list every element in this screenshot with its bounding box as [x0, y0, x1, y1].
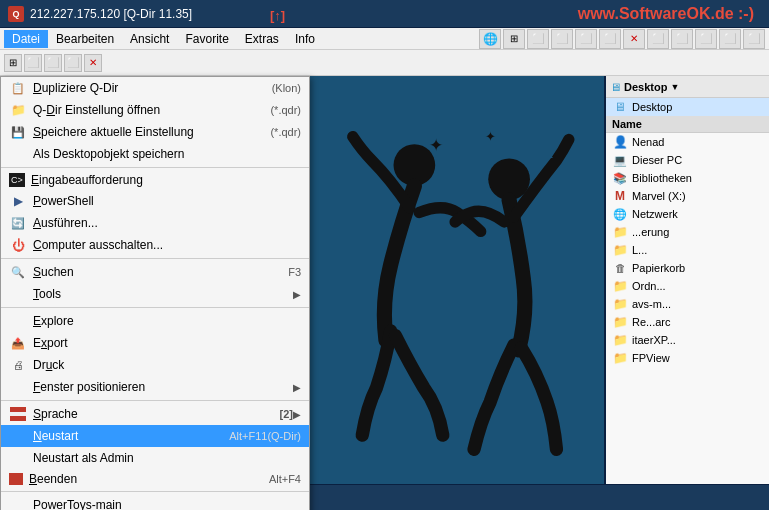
file-item-ordner[interactable]: 📁 Ordn... — [606, 277, 769, 295]
toolbar-close-btn[interactable]: ✕ — [623, 29, 645, 49]
dieser-pc-icon: 💻 — [612, 153, 628, 167]
menu-ansicht-label: Ansicht — [130, 32, 169, 46]
silhouette-area: ✦ ✦ — [310, 76, 604, 510]
file-item-avs[interactable]: 📁 avs-m... — [606, 295, 769, 313]
menu-item-neustart[interactable]: Neustart Alt+F11(Q-Dir) — [1, 425, 309, 447]
secondary-toolbar: ⊞ ⬜ ⬜ ⬜ ✕ — [0, 50, 769, 76]
menu-info[interactable]: Info — [287, 30, 323, 48]
fenster-arrow: ▶ — [293, 382, 301, 393]
menu-item-beenden[interactable]: Beenden Alt+F4 — [1, 469, 309, 489]
explore-icon — [9, 313, 27, 329]
fenster-icon — [9, 379, 27, 395]
sprache-label: Sprache — [33, 407, 270, 421]
menu-item-ausfuehren[interactable]: 🔄 Ausführen... — [1, 212, 309, 234]
fpview-icon: 📁 — [612, 351, 628, 365]
ausfuehren-icon: 🔄 — [9, 215, 27, 231]
file-item-desktop[interactable]: 🖥 Desktop — [606, 98, 769, 116]
powertoys-label: PowerToys-main — [33, 498, 301, 510]
file-item-netzwerk[interactable]: 🌐 Netzwerk — [606, 205, 769, 223]
app-icon: Q — [8, 6, 24, 22]
menu-extras[interactable]: Extras — [237, 30, 287, 48]
toolbar-btn9[interactable]: ⬜ — [743, 29, 765, 49]
menu-item-suchen[interactable]: 🔍 Suchen F3 — [1, 261, 309, 283]
toolbar-btn1[interactable]: ⬜ — [527, 29, 549, 49]
menu-item-dupliziere[interactable]: 📋 Dupliziere Q-Dir (Klon) — [1, 77, 309, 99]
marvel-icon: M — [612, 189, 628, 203]
dieser-pc-label: Dieser PC — [632, 154, 682, 166]
fpview-label: FPView — [632, 352, 670, 364]
menu-bearbeiten-label: Bearbeiten — [56, 32, 114, 46]
file-item-fpview[interactable]: 📁 FPView — [606, 349, 769, 367]
fenster-label: Fenster positionieren — [33, 380, 293, 394]
ausschalten-label: Computer ausschalten... — [33, 238, 301, 252]
svg-text:✦: ✦ — [429, 136, 443, 155]
toolbar-btn6[interactable]: ⬜ — [671, 29, 693, 49]
toolbar-btn3[interactable]: ⬜ — [575, 29, 597, 49]
beenden-shortcut: Alt+F4 — [269, 473, 301, 485]
menu-favoriten[interactable]: Favorite — [177, 30, 236, 48]
menu-item-als-desktop[interactable]: Als Desktopobjekt speichern — [1, 143, 309, 165]
file-item-itaerxp[interactable]: 📁 itaerXP... — [606, 331, 769, 349]
qdir-einstellung-shortcut: (*.qdr) — [270, 104, 301, 116]
menu-item-druck[interactable]: 🖨 Druck — [1, 354, 309, 376]
toolbar-globe-btn[interactable]: 🌐 — [479, 29, 501, 49]
itaerxp-label: itaerXP... — [632, 334, 676, 346]
file-item-berung[interactable]: 📁 ...erung — [606, 223, 769, 241]
menu-item-qdir-einstellung[interactable]: 📁 Q-Dir Einstellung öffnen (*.qdr) — [1, 99, 309, 121]
menu-item-eingabe[interactable]: C> Eingabeaufforderung — [1, 170, 309, 190]
file-item-nenad[interactable]: 👤 Nenad — [606, 133, 769, 151]
file-item-papierkorb[interactable]: 🗑 Papierkorb — [606, 259, 769, 277]
menu-ansicht[interactable]: Ansicht — [122, 30, 177, 48]
menu-bar: Datei Bearbeiten Ansicht Favorite Extras… — [0, 28, 769, 50]
toolbar-grid-btn[interactable]: ⊞ — [503, 29, 525, 49]
dupliziere-shortcut: (Klon) — [272, 82, 301, 94]
tools-arrow: ▶ — [293, 289, 301, 300]
sep5 — [1, 491, 309, 492]
als-desktop-label: Als Desktopobjekt speichern — [33, 147, 301, 161]
nenad-icon: 👤 — [612, 135, 628, 149]
desktop-folder-icon: 🖥 — [612, 100, 628, 114]
file-item-bibliotheken[interactable]: 📚 Bibliotheken — [606, 169, 769, 187]
druck-icon: 🖨 — [9, 357, 27, 373]
qdir-einstellung-icon: 📁 — [9, 102, 27, 118]
toolbar-btn4[interactable]: ⬜ — [599, 29, 621, 49]
menu-item-fenster[interactable]: Fenster positionieren ▶ — [1, 376, 309, 398]
file-item-l[interactable]: 📁 L... — [606, 241, 769, 259]
sprache-badge: [2] — [280, 408, 293, 420]
menu-bearbeiten[interactable]: Bearbeiten — [48, 30, 122, 48]
menu-item-powertoys[interactable]: PowerToys-main — [1, 494, 309, 510]
tools-icon — [9, 286, 27, 302]
menu-datei[interactable]: Datei — [4, 30, 48, 48]
menu-item-speichere[interactable]: 💾 Speichere aktuelle Einstellung (*.qdr) — [1, 121, 309, 143]
menu-item-tools[interactable]: Tools ▶ — [1, 283, 309, 305]
tb-close-btn[interactable]: ✕ — [84, 54, 102, 72]
beenden-label: Beenden — [29, 472, 259, 486]
name-column-header: Name — [606, 116, 769, 133]
powershell-icon: ▶ — [9, 193, 27, 209]
file-item-re-arc[interactable]: 📁 Re...arc — [606, 313, 769, 331]
toolbar-btn8[interactable]: ⬜ — [719, 29, 741, 49]
berung-icon: 📁 — [612, 225, 628, 239]
toolbar-btn7[interactable]: ⬜ — [695, 29, 717, 49]
menu-item-sprache[interactable]: Sprache [2] ▶ — [1, 403, 309, 425]
menu-item-export[interactable]: 📤 Export — [1, 332, 309, 354]
menu-item-powershell[interactable]: ▶ PowerShell — [1, 190, 309, 212]
file-item-dieser-pc[interactable]: 💻 Dieser PC — [606, 151, 769, 169]
desktop-dropdown-btn[interactable]: 🖥 Desktop ▼ — [610, 81, 765, 93]
tb-grid-btn[interactable]: ⊞ — [4, 54, 22, 72]
toolbar-btn2[interactable]: ⬜ — [551, 29, 573, 49]
menu-item-ausschalten[interactable]: ⏻ Computer ausschalten... — [1, 234, 309, 256]
l-label: L... — [632, 244, 647, 256]
toolbar-btn5[interactable]: ⬜ — [647, 29, 669, 49]
sprache-arrow: ▶ — [293, 409, 301, 420]
avs-icon: 📁 — [612, 297, 628, 311]
tb-btn2[interactable]: ⬜ — [24, 54, 42, 72]
tb-btn4[interactable]: ⬜ — [64, 54, 82, 72]
bibliotheken-label: Bibliotheken — [632, 172, 692, 184]
file-item-marvel[interactable]: M Marvel (X:) — [606, 187, 769, 205]
svg-text:✦: ✦ — [485, 129, 496, 144]
collapse-panel-btn[interactable]: ◀ — [604, 273, 606, 313]
menu-item-neustart-admin[interactable]: Neustart als Admin — [1, 447, 309, 469]
menu-item-explore[interactable]: Explore — [1, 310, 309, 332]
tb-btn3[interactable]: ⬜ — [44, 54, 62, 72]
